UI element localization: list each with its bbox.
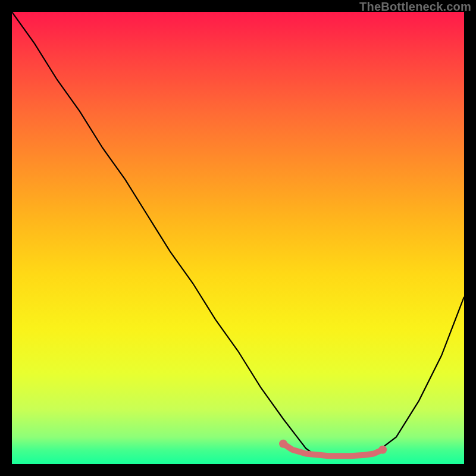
plot-svg	[12, 12, 464, 464]
optimal-band-endpoint	[279, 440, 287, 448]
optimal-band-endpoint	[378, 446, 387, 454]
plot-area	[12, 12, 464, 464]
bottleneck-curve	[12, 12, 464, 458]
chart-container: TheBottleneck.com	[0, 0, 476, 476]
optimal-band-line	[283, 444, 383, 456]
